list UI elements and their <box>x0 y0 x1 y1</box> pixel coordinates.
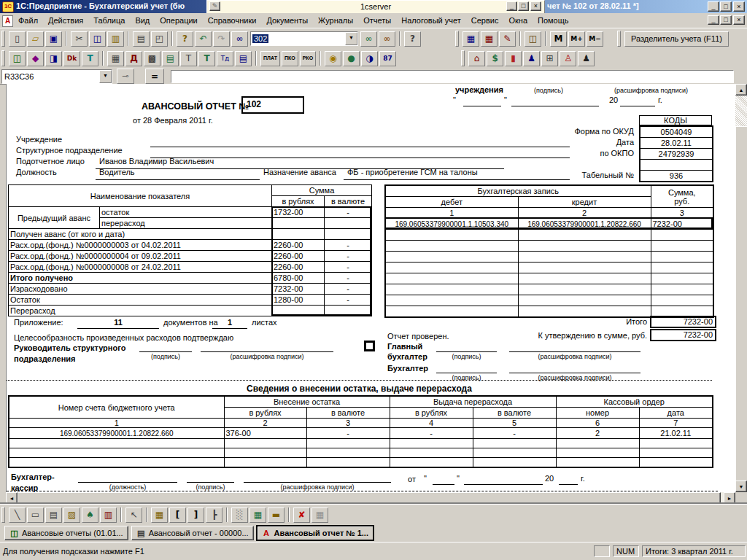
table-cell[interactable]: 4 <box>390 419 473 428</box>
document-t2-icon[interactable]: Т <box>198 51 215 66</box>
table-cell[interactable] <box>385 273 518 284</box>
toolbar-handle[interactable] <box>455 31 459 47</box>
minimize-button[interactable]: _ <box>708 1 719 12</box>
table-cell[interactable]: Предыдущий аванс <box>9 207 100 229</box>
table-cell[interactable]: 169.06053379900001.1.20822.660 <box>518 219 651 230</box>
table-cell[interactable] <box>224 448 306 458</box>
table-cell[interactable] <box>651 262 713 273</box>
table-cell[interactable] <box>518 284 651 295</box>
table-cell[interactable]: - <box>306 428 390 439</box>
table-cell[interactable]: 1 <box>9 419 224 428</box>
table-cell[interactable]: 1732-00 <box>272 207 325 218</box>
table-cell[interactable]: Номер счета бюджетного учета <box>9 396 224 419</box>
menu-help[interactable]: Помощь <box>533 13 574 27</box>
memory-plus-icon[interactable]: M+ <box>568 31 585 47</box>
workplace-icon[interactable]: ⊞ <box>541 51 558 66</box>
table-cell[interactable] <box>272 218 325 229</box>
chart-of-accounts-icon[interactable]: ▦ <box>107 51 124 66</box>
table-cell[interactable]: Наименование показателя <box>9 185 272 207</box>
table-cell[interactable]: Расх.орд.(фонд.) №0000000003 от 04.02.20… <box>9 240 272 251</box>
total-box[interactable]: 7232-00 <box>650 316 716 328</box>
table-cell[interactable]: 2 <box>224 419 306 428</box>
table-cell[interactable]: 1 <box>385 208 518 219</box>
table-cell[interactable]: Выдача перерасхода <box>390 396 556 408</box>
print-preview-icon[interactable]: ◰ <box>151 31 168 47</box>
ruler-icon[interactable]: ▬ <box>268 508 285 523</box>
report-doc-icon[interactable]: ▤ <box>235 51 252 66</box>
mdi-restore-button[interactable]: □ <box>720 15 732 25</box>
find-next-icon[interactable]: ∞ <box>360 31 377 47</box>
window-tab-advance-reports-list[interactable]: ◫Авансовые отчеты (01.01... <box>4 526 128 540</box>
table-cell[interactable]: 169.06053379900001.1.10503.340 <box>385 219 518 230</box>
table-cell[interactable]: - <box>325 207 372 218</box>
table-cell[interactable]: - <box>325 262 372 273</box>
menu-documents[interactable]: Документы <box>261 13 313 27</box>
table-cell[interactable] <box>651 241 713 252</box>
table-cell[interactable]: Расх.орд.(фонд.) №0000000004 от 09.02.20… <box>9 251 272 262</box>
mdi-close-button[interactable]: × <box>733 15 745 25</box>
toolbar-handle[interactable] <box>461 50 465 66</box>
checkbox[interactable] <box>364 341 375 351</box>
spreadsheet-document[interactable]: учреждения (подпись) (расшифровка подпис… <box>6 84 736 492</box>
table-cell[interactable] <box>640 160 713 171</box>
cell-reference-combo[interactable]: R33C36 ▼ <box>1 69 112 84</box>
table-cell[interactable] <box>385 295 518 306</box>
menu-view[interactable]: Вид <box>130 13 155 27</box>
table-cell[interactable] <box>224 458 306 468</box>
chevron-down-icon[interactable]: ▼ <box>99 70 112 83</box>
memory-icon[interactable]: M <box>550 31 567 47</box>
table-cell[interactable]: Сумма,руб. <box>651 185 713 208</box>
table-cell[interactable]: - <box>325 295 372 306</box>
calculator-icon[interactable]: ▦ <box>462 31 479 47</box>
pin-icon[interactable]: ⊸ <box>117 69 134 84</box>
subconto-icon[interactable]: ▤ <box>162 51 179 66</box>
table-cell[interactable]: Израсходовано <box>9 284 272 295</box>
object-tool-icon[interactable]: ♠ <box>82 508 98 523</box>
scroll-track[interactable] <box>735 96 747 126</box>
table-cell[interactable]: - <box>325 240 372 251</box>
table-cell[interactable]: 21.02.11 <box>639 428 713 439</box>
open-folder-icon[interactable]: ▱ <box>27 31 44 47</box>
toolbar-handle[interactable] <box>1 31 5 47</box>
help-window-icon[interactable]: ? <box>177 31 193 47</box>
table-cell[interactable]: 0504049 <box>640 126 713 138</box>
table-cell[interactable]: в рублях <box>390 408 473 419</box>
table-cell[interactable] <box>385 262 518 273</box>
menu-journals[interactable]: Журналы <box>313 13 358 27</box>
chart-tool-icon[interactable]: ▥ <box>100 508 117 523</box>
print-icon[interactable]: ▤ <box>133 31 150 47</box>
table-cell[interactable]: 6780-00 <box>272 273 325 284</box>
table-cell[interactable] <box>518 252 651 262</box>
scroll-right-icon[interactable]: ► <box>724 492 735 504</box>
app-icon[interactable]: 1С <box>2 1 14 12</box>
rectangle-tool-icon[interactable]: ▭ <box>27 508 44 523</box>
save-icon[interactable]: ▣ <box>45 31 62 47</box>
dashed-area-icon[interactable]: ░ <box>231 508 248 523</box>
table-cell[interactable] <box>639 448 713 458</box>
table-cell[interactable]: в валюте <box>306 408 390 419</box>
table-cell[interactable]: 7232-00 <box>651 219 713 230</box>
table-cell[interactable] <box>325 306 372 316</box>
memory-minus-icon[interactable]: M− <box>587 31 603 47</box>
toolbar-handle[interactable] <box>1 50 5 66</box>
paste-icon[interactable]: ▥ <box>107 31 124 47</box>
table-cell[interactable] <box>390 448 473 458</box>
menu-operations[interactable]: Операции <box>155 13 202 27</box>
text-tool-icon[interactable]: ▤ <box>45 508 62 523</box>
table-cell[interactable] <box>639 458 713 468</box>
table-cell[interactable]: 7232-00 <box>272 284 325 295</box>
table-cell[interactable]: Итого получено <box>9 273 272 284</box>
table-cell[interactable] <box>385 252 518 262</box>
grid-icon[interactable]: ▦ <box>311 508 328 523</box>
convert-87-icon[interactable]: 87 <box>379 51 396 66</box>
plat-button[interactable]: ПЛАТ <box>260 51 280 66</box>
maximize-button[interactable]: □ <box>720 1 732 12</box>
table-cell[interactable] <box>518 230 651 241</box>
table-cell[interactable] <box>651 284 713 295</box>
table-cell[interactable] <box>651 273 713 284</box>
table-cell[interactable]: остаток <box>100 207 272 218</box>
table-cell[interactable]: 2260-00 <box>272 251 325 262</box>
table-cell[interactable]: в рублях <box>224 408 306 419</box>
table-cell[interactable] <box>385 230 518 241</box>
pko-button[interactable]: ПКО <box>282 51 298 66</box>
